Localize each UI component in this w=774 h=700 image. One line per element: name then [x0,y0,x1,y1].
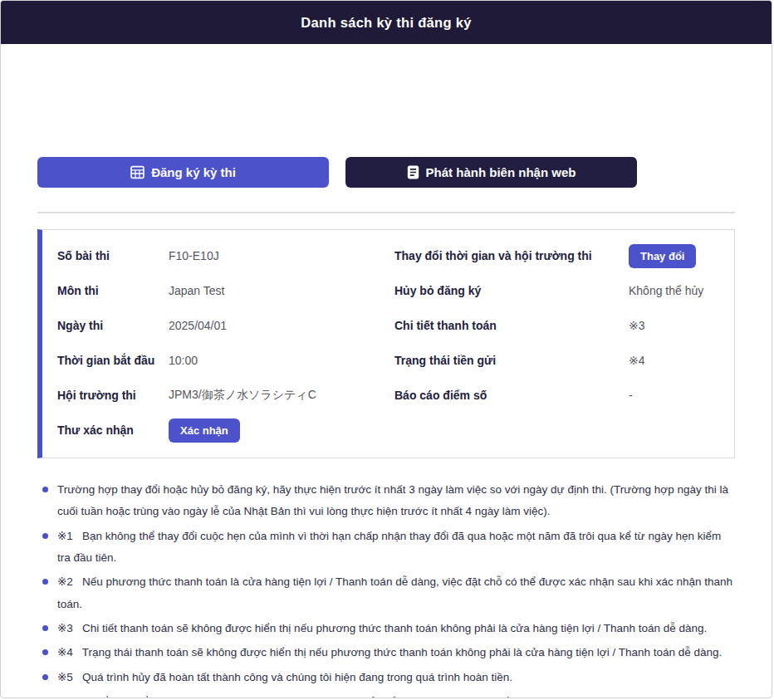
note-text: ※5 Quá trình hủy đã hoàn tất thành công … [57,671,512,683]
venue-row: Hội trường thi JPM3/御茶ノ水ソラシティC [57,378,394,413]
exam-date-label: Ngày thi [57,319,169,332]
exam-number-label: Số bài thi [57,249,169,262]
note-item: Không thể thay đổi kỳ thi hoặc phương ph… [37,691,735,698]
register-exam-button[interactable]: Đăng ký kỳ thi [37,157,329,188]
notes-list: Trường hợp thay đổi hoặc hủy bỏ đăng ký,… [37,479,735,698]
bullet-dot-icon [42,649,48,655]
note-text: Không thể thay đổi kỳ thi hoặc phương ph… [57,695,603,698]
register-exam-label: Đăng ký kỳ thi [151,165,236,179]
note-text: ※1 Bạn không thể thay đổi cuộc hẹn của m… [57,530,721,564]
bullet-dot-icon [42,579,48,585]
venue-label: Hội trường thi [57,389,169,402]
confirmation-letter-row: Thư xác nhận Xác nhận [57,413,394,448]
bullet-dot-icon [42,533,48,539]
payment-details-value: ※3 [629,319,645,332]
exam-date-value: 2025/04/01 [169,319,227,332]
start-time-row: Thời gian bắt đầu 10:00 [57,343,394,378]
note-text: ※2 Nếu phương thức thanh toán là cửa hàn… [57,575,732,609]
bullet-dot-icon [42,625,48,631]
change-button[interactable]: Thay đổi [629,244,696,268]
deposit-status-row: Trạng thái tiền gửi ※4 [394,343,718,378]
registered-exams-page: Danh sách kỳ thi đăng ký Đăng ký kỳ thi [0,0,772,698]
payment-details-row: Chi tiết thanh toán ※3 [394,308,718,343]
confirmation-letter-label: Thư xác nhận [57,423,169,437]
subject-row: Môn thi Japan Test [57,273,394,308]
confirmation-letter-button[interactable]: Xác nhận [169,419,240,443]
calendar-grid-icon [130,165,145,179]
main-content: Đăng ký kỳ thi Phát hành biên nhận web [1,157,772,698]
exam-card: Số bài thi F10-E10J Môn thi Japan Test N… [37,229,735,458]
venue-value: JPM3/御茶ノ水ソラシティC [169,388,316,403]
exam-number-row: Số bài thi F10-E10J [57,238,394,273]
cancel-registration-label: Hủy bỏ đăng ký [394,284,629,297]
web-receipt-label: Phát hành biên nhận web [426,165,576,179]
note-text: Trường hợp thay đổi hoặc hủy bỏ đăng ký,… [57,483,728,517]
exam-date-row: Ngày thi 2025/04/01 [57,308,394,343]
page-header: Danh sách kỳ thi đăng ký [1,1,772,44]
change-time-venue-row: Thay đổi thời gian và hội trường thi Tha… [394,238,718,273]
score-report-row: Báo cáo điểm số - [394,378,718,413]
payment-details-label: Chi tiết thanh toán [394,319,629,332]
start-time-value: 10:00 [169,354,198,367]
cancel-registration-row: Hủy bỏ đăng ký Không thể hủy [394,273,718,308]
section-divider [37,212,735,213]
note-item: ※5 Quá trình hủy đã hoàn tất thành công … [37,667,735,688]
score-report-label: Báo cáo điểm số [394,389,629,402]
deposit-status-label: Trạng thái tiền gửi [394,354,629,367]
web-receipt-button[interactable]: Phát hành biên nhận web [345,157,637,188]
receipt-document-icon [407,165,419,179]
note-item: ※2 Nếu phương thức thanh toán là cửa hàn… [37,571,735,615]
action-buttons-row: Đăng ký kỳ thi Phát hành biên nhận web [37,157,735,188]
cancel-registration-value: Không thể hủy [629,284,703,297]
change-time-venue-label: Thay đổi thời gian và hội trường thi [394,249,629,262]
score-report-value: - [629,389,633,402]
page-title: Danh sách kỳ thi đăng ký [301,15,471,31]
subject-label: Môn thi [57,284,169,297]
start-time-label: Thời gian bắt đầu [57,354,169,367]
note-item: ※1 Bạn không thể thay đổi cuộc hẹn của m… [37,526,735,570]
bullet-dot-icon [42,674,48,680]
note-text: ※4 Trạng thái thanh toán sẽ không được h… [57,646,722,658]
note-item: ※4 Trạng thái thanh toán sẽ không được h… [37,642,735,663]
exam-number-value: F10-E10J [169,249,219,262]
note-text: ※3 Chi tiết thanh toán sẽ không được hiể… [57,622,707,634]
subject-value: Japan Test [169,284,224,297]
deposit-status-value: ※4 [629,354,645,367]
bullet-dot-icon [42,487,48,492]
note-item: Trường hợp thay đổi hoặc hủy bỏ đăng ký,… [37,479,735,523]
exam-card-left-column: Số bài thi F10-E10J Môn thi Japan Test N… [57,238,394,448]
note-item: ※3 Chi tiết thanh toán sẽ không được hiể… [37,618,735,639]
exam-card-right-column: Thay đổi thời gian và hội trường thi Tha… [394,238,718,448]
